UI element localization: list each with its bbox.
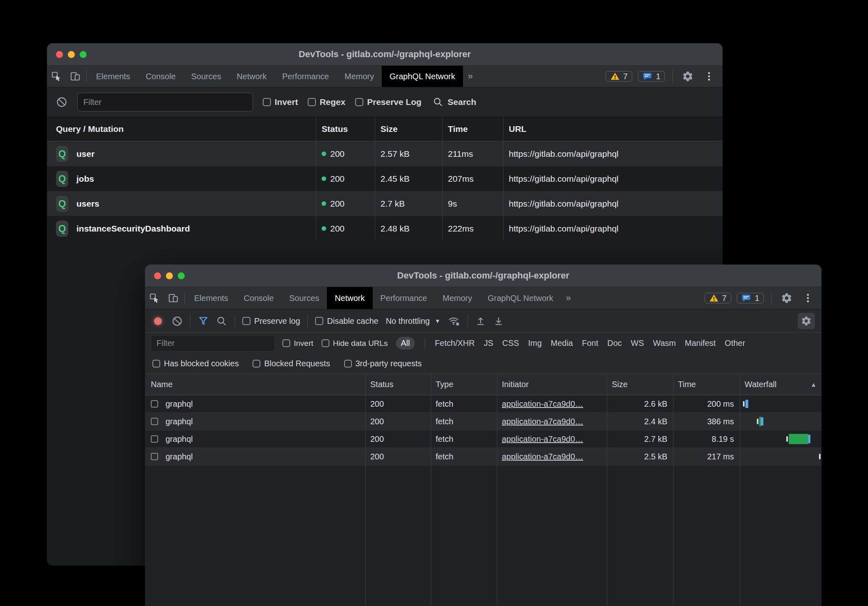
invert-checkbox[interactable] [282,339,290,347]
chip-font[interactable]: Font [582,339,598,348]
tab-sources[interactable]: Sources [183,66,229,87]
network-settings-button[interactable] [798,313,815,329]
table-row[interactable]: graphql 200 fetch application-a7ca9d0… 2… [145,413,821,430]
tab-network[interactable]: Network [229,66,274,87]
preserve-log-checkbox[interactable] [242,317,251,325]
chip-other[interactable]: Other [725,339,745,348]
header-query-mutation[interactable]: Query / Mutation [47,124,316,134]
chip-manifest[interactable]: Manifest [685,339,716,348]
clear-network-log-button[interactable] [172,316,183,327]
has-blocked-cookies-checkbox-group[interactable]: Has blocked cookies [152,359,239,368]
search-network-button[interactable] [216,316,227,327]
issues-badge[interactable]: 1 [737,293,764,303]
filter-input[interactable] [152,336,274,351]
third-party-requests-checkbox[interactable] [344,360,352,368]
row-checkbox[interactable] [151,435,158,443]
invert-checkbox[interactable] [263,98,271,106]
device-toolbar-button[interactable] [164,287,183,309]
header-url[interactable]: URL [503,124,723,134]
filter-input[interactable] [77,93,253,111]
export-har-button[interactable] [493,316,504,326]
third-party-requests-checkbox-group[interactable]: 3rd-party requests [344,359,422,368]
chip-fetch-xhr[interactable]: Fetch/XHR [435,339,475,348]
more-options-button[interactable] [700,71,718,82]
waterfall-cell[interactable] [740,413,821,430]
import-har-button[interactable] [475,316,486,326]
throttling-select[interactable]: No throttling ▼ [386,316,441,326]
more-options-button[interactable] [799,293,817,303]
regex-checkbox[interactable] [308,98,316,106]
tab-graphql-network[interactable]: GraphQL Network [382,66,463,87]
table-row[interactable]: graphql 200 fetch application-a7ca9d0… 2… [145,430,821,448]
row-checkbox[interactable] [151,400,158,408]
warnings-badge[interactable]: 7 [606,71,632,82]
table-row[interactable]: Q jobs 200 2.45 kB 207ms https://gitlab.… [47,166,723,191]
waterfall-cell[interactable] [740,395,821,412]
hide-data-urls-checkbox[interactable] [322,339,329,347]
inspect-element-button[interactable] [47,66,66,87]
table-row[interactable]: graphql 200 fetch application-a7ca9d0… 2… [145,395,821,413]
title-bar[interactable]: DevTools - gitlab.com/-/graphql-explorer [145,265,821,287]
row-checkbox[interactable] [151,418,158,425]
initiator-link[interactable]: application-a7ca9d0… [502,399,583,408]
tab-graphql-network[interactable]: GraphQL Network [480,287,561,309]
chip-media[interactable]: Media [551,339,573,348]
tab-console[interactable]: Console [138,66,183,87]
header-time[interactable]: Time [442,124,503,134]
header-name[interactable]: Name [145,380,365,389]
tab-memory[interactable]: Memory [337,66,382,87]
search-control[interactable]: Search [433,97,476,107]
more-tabs-chevron[interactable]: » [561,287,576,309]
row-checkbox[interactable] [151,453,158,460]
device-toolbar-button[interactable] [66,66,85,87]
tab-elements[interactable]: Elements [186,287,236,309]
preserve-log-checkbox[interactable] [355,98,363,106]
header-initiator[interactable]: Initiator [497,380,607,389]
table-row[interactable]: graphql 200 fetch application-a7ca9d0… 2… [145,448,821,466]
record-network-log-button[interactable] [154,317,162,325]
preserve-log-checkbox-group[interactable]: Preserve Log [355,97,421,107]
tab-elements[interactable]: Elements [88,66,138,87]
tab-console[interactable]: Console [236,287,281,309]
invert-checkbox-group[interactable]: Invert [282,339,313,348]
has-blocked-cookies-checkbox[interactable] [152,360,160,368]
title-bar[interactable]: DevTools - gitlab.com/-/graphql-explorer [47,43,723,66]
disable-cache-checkbox[interactable] [315,317,323,325]
inspect-element-button[interactable] [145,287,164,309]
header-type[interactable]: Type [431,380,497,389]
network-conditions-button[interactable] [448,315,460,327]
header-size[interactable]: Size [375,124,442,134]
chip-js[interactable]: JS [484,339,493,348]
regex-checkbox-group[interactable]: Regex [308,97,345,107]
hide-data-urls-checkbox-group[interactable]: Hide data URLs [322,339,388,348]
header-time[interactable]: Time [673,380,740,389]
initiator-link[interactable]: application-a7ca9d0… [502,452,583,461]
settings-button[interactable] [777,292,796,304]
warnings-badge[interactable]: 7 [705,293,731,303]
tab-memory[interactable]: Memory [435,287,480,309]
chip-doc[interactable]: Doc [607,339,622,348]
blocked-requests-checkbox[interactable] [253,360,260,368]
header-status[interactable]: Status [365,380,431,389]
blocked-requests-checkbox-group[interactable]: Blocked Requests [253,359,330,368]
tab-sources[interactable]: Sources [282,287,327,309]
invert-checkbox-group[interactable]: Invert [263,97,298,107]
table-row[interactable]: Q instanceSecurityDashboard 200 2.48 kB … [47,216,723,241]
filter-toggle-button[interactable] [198,316,209,327]
clear-button[interactable] [56,96,67,108]
chip-ws[interactable]: WS [631,339,644,348]
tab-performance[interactable]: Performance [275,66,337,87]
issues-badge[interactable]: 1 [638,71,665,82]
initiator-link[interactable]: application-a7ca9d0… [502,434,583,443]
initiator-link[interactable]: application-a7ca9d0… [502,417,583,426]
header-status[interactable]: Status [316,124,375,134]
header-size[interactable]: Size [607,380,673,389]
chip-img[interactable]: Img [528,339,541,348]
waterfall-cell[interactable] [740,448,821,465]
table-row[interactable]: Q user 200 2.57 kB 211ms https://gitlab.… [47,141,723,166]
settings-button[interactable] [678,71,697,82]
header-waterfall[interactable]: Waterfall ▲ [740,374,821,395]
table-row[interactable]: Q users 200 2.7 kB 9s https://gitlab.com… [47,191,723,216]
chip-css[interactable]: CSS [502,339,519,348]
disable-cache-checkbox-group[interactable]: Disable cache [315,316,378,326]
